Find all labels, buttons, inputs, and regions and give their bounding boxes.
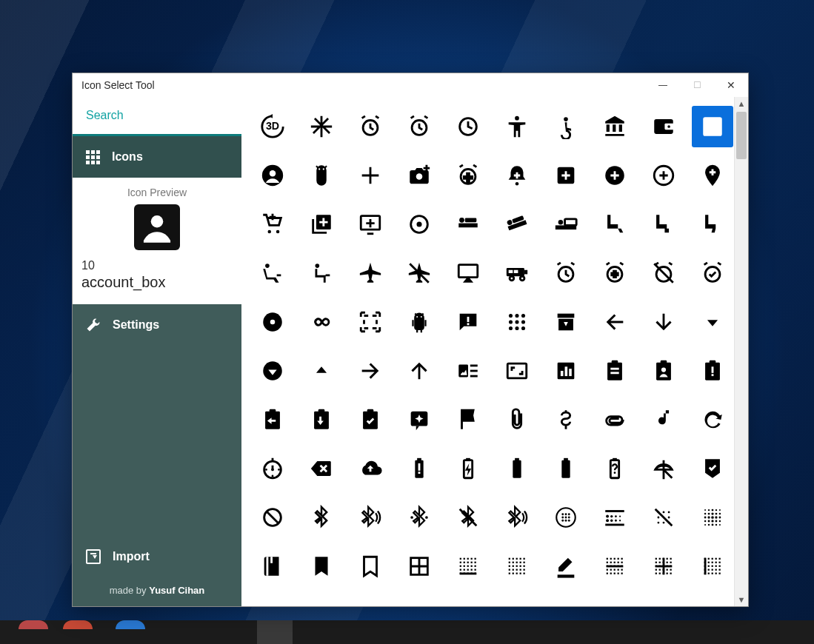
icon-border_inner[interactable]: [643, 546, 684, 587]
icon-battery_std[interactable]: [545, 448, 587, 489]
icon-account_balance_wallet[interactable]: [643, 106, 684, 147]
icon-accessible[interactable]: [545, 106, 587, 147]
icon-bluetooth_audio[interactable]: [350, 497, 391, 538]
icon-assignment_late[interactable]: [692, 350, 733, 392]
icon-border_bottom[interactable]: [447, 546, 489, 587]
icon-account_circle[interactable]: [252, 155, 293, 196]
icon-alarm_on[interactable]: [692, 252, 733, 294]
maximize-button[interactable]: ☐: [680, 73, 714, 97]
icon-beach_access[interactable]: [643, 448, 684, 489]
icon-add[interactable]: [350, 155, 391, 196]
icon-border_all[interactable]: [398, 546, 440, 587]
icon-arrow_forward[interactable]: [350, 350, 391, 392]
icon-access_time[interactable]: [447, 106, 489, 147]
icon-add_to_photos[interactable]: [301, 204, 342, 245]
icon-battery_charging_full[interactable]: [447, 448, 489, 489]
icon-airplanemode_inactive[interactable]: [398, 252, 440, 294]
icon-attach_file[interactable]: [496, 399, 538, 440]
icon-alarm_add[interactable]: [594, 252, 635, 294]
close-button[interactable]: ✕: [714, 73, 748, 97]
icon-all_inclusive[interactable]: [301, 301, 342, 343]
icon-airplay[interactable]: [447, 252, 489, 294]
icon-battery_alert[interactable]: [398, 448, 440, 489]
icon-assistant[interactable]: [398, 399, 440, 440]
icon-assignment_turned_in[interactable]: [350, 399, 391, 440]
icon-attach_money[interactable]: [545, 399, 587, 440]
icon-album[interactable]: [252, 301, 293, 343]
icon-arrow_downward[interactable]: [643, 301, 684, 343]
nav-import[interactable]: Import: [73, 536, 241, 577]
icon-attachment[interactable]: [594, 399, 635, 440]
icon-all_out[interactable]: [350, 301, 391, 343]
icon-aspect_ratio[interactable]: [496, 350, 538, 392]
icon-battery_full[interactable]: [496, 448, 538, 489]
icon-airline_seat_legroom_reduced[interactable]: [692, 204, 733, 245]
icon-book[interactable]: [252, 546, 293, 587]
icon-alarm[interactable]: [545, 252, 587, 294]
icon-av_timer[interactable]: [252, 448, 293, 489]
icon-assessment[interactable]: [545, 350, 587, 392]
icon-border_color[interactable]: [545, 546, 587, 587]
scroll-thumb[interactable]: [736, 112, 747, 159]
icon-blur_circular[interactable]: [545, 497, 587, 538]
icon-add_shopping_cart[interactable]: [252, 204, 293, 245]
icon-add_circle[interactable]: [594, 155, 635, 196]
titlebar[interactable]: Icon Select Tool — ☐ ✕: [73, 73, 748, 97]
icon-airline_seat_legroom_normal[interactable]: [643, 204, 684, 245]
scroll-up[interactable]: ▲: [735, 97, 748, 110]
icon-airline_seat_flat[interactable]: [447, 204, 489, 245]
icon-add_a_photo[interactable]: [398, 155, 440, 196]
icon-airplanemode_active[interactable]: [350, 252, 391, 294]
icon-arrow_drop_down[interactable]: [692, 301, 733, 343]
minimize-button[interactable]: —: [646, 73, 680, 97]
icon-arrow_drop_down_circle[interactable]: [252, 350, 293, 392]
icon-airline_seat_legroom_extra[interactable]: [594, 204, 635, 245]
icon-airline_seat_flat_angled[interactable]: [496, 204, 538, 245]
icon-blur_on[interactable]: [692, 497, 733, 538]
icon-bluetooth_searching[interactable]: [496, 497, 538, 538]
icon-block[interactable]: [252, 497, 293, 538]
icon-assignment_returned[interactable]: [301, 399, 342, 440]
icon-add_circle_outline[interactable]: [643, 155, 684, 196]
icon-ac_unit[interactable]: [301, 106, 342, 147]
scroll-down[interactable]: ▼: [735, 593, 748, 606]
icon-add_to_queue[interactable]: [350, 204, 391, 245]
icon-border_horizontal[interactable]: [594, 546, 635, 587]
icon-add_box[interactable]: [545, 155, 587, 196]
icon-arrow_drop_up[interactable]: [301, 350, 342, 392]
icon-add_alarm[interactable]: [447, 155, 489, 196]
icon-art_track[interactable]: [447, 350, 489, 392]
taskbar-app-2[interactable]: [63, 620, 93, 629]
icon-account_balance[interactable]: [594, 106, 635, 147]
icon-audiotrack[interactable]: [643, 399, 684, 440]
nav-icons[interactable]: Icons: [73, 136, 241, 178]
icon-android[interactable]: [398, 301, 440, 343]
icon-announcement[interactable]: [447, 301, 489, 343]
icon-bluetooth_connected[interactable]: [398, 497, 440, 538]
taskbar-app-1[interactable]: [19, 620, 48, 629]
icon-access_alarms[interactable]: [398, 106, 440, 147]
icon-airline_seat_recline_extra[interactable]: [252, 252, 293, 294]
icon-add_location[interactable]: [692, 155, 733, 196]
icon-arrow_back[interactable]: [594, 301, 635, 343]
icon-bluetooth_disabled[interactable]: [447, 497, 489, 538]
icon-backup[interactable]: [350, 448, 391, 489]
nav-settings[interactable]: Settings: [73, 304, 241, 346]
icon-assignment[interactable]: [594, 350, 635, 392]
icon-autorenew[interactable]: [692, 399, 733, 440]
icon-airline_seat_recline_normal[interactable]: [301, 252, 342, 294]
icon-assignment_return[interactable]: [252, 399, 293, 440]
icon-border_left[interactable]: [692, 546, 733, 587]
icon-blur_linear[interactable]: [594, 497, 635, 538]
icon-bluetooth[interactable]: [301, 497, 342, 538]
icon-apps[interactable]: [496, 301, 538, 343]
icon-bookmark_border[interactable]: [350, 546, 391, 587]
icon-airline_seat_individual_suite[interactable]: [545, 204, 587, 245]
icon-backspace[interactable]: [301, 448, 342, 489]
icon-accessibility[interactable]: [496, 106, 538, 147]
icon-alarm_off[interactable]: [643, 252, 684, 294]
scrollbar[interactable]: ▲ ▼: [734, 97, 748, 606]
icon-battery_unknown[interactable]: [594, 448, 635, 489]
icon-adjust[interactable]: [398, 204, 440, 245]
icon-archive[interactable]: [545, 301, 587, 343]
